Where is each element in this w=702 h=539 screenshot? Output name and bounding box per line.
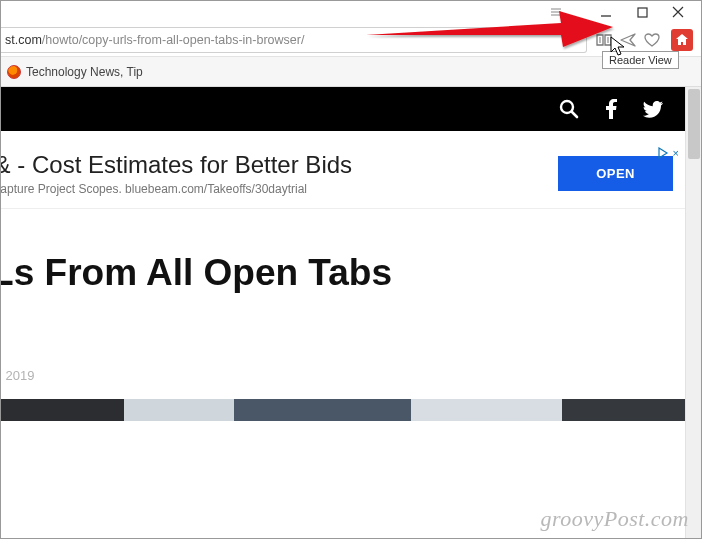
reader-view-tooltip: Reader View	[602, 51, 679, 69]
twitter-icon[interactable]	[643, 99, 663, 119]
url-input[interactable]: st.com/howto/copy-urls-from-all-open-tab…	[1, 27, 587, 53]
url-path: /howto/copy-urls-from-all-open-tabs-in-b…	[42, 33, 305, 47]
bookmark-favicon	[7, 65, 21, 79]
address-bar: st.com/howto/copy-urls-from-all-open-tab…	[1, 23, 701, 57]
page-viewport: × akeoffs & - Cost Estimates for Better …	[1, 87, 701, 539]
bookmark-item[interactable]: Technology News, Tip	[7, 65, 143, 79]
bookmark-label: Technology News, Tip	[26, 65, 143, 79]
ad-headline[interactable]: akeoffs & - Cost Estimates for Better Bi…	[1, 151, 538, 179]
minimize-button[interactable]	[599, 5, 613, 19]
send-icon[interactable]	[619, 31, 637, 49]
ad-close-icon[interactable]: ×	[673, 147, 679, 159]
close-button[interactable]	[671, 5, 685, 19]
article-title: y the URLs From All Open Tabs wser	[1, 251, 685, 340]
window-titlebar	[1, 1, 701, 23]
titlebar-menu-icon[interactable]	[549, 5, 563, 19]
scroll-thumb[interactable]	[688, 89, 700, 159]
ad-open-button[interactable]: OPEN	[558, 156, 673, 191]
reader-view-icon[interactable]	[595, 31, 613, 49]
search-icon[interactable]	[559, 99, 579, 119]
article: y the URLs From All Open Tabs wser 1, 20…	[1, 231, 685, 421]
watermark: groovyPost.com	[540, 506, 689, 532]
url-domain: st.com	[5, 33, 42, 47]
advertisement: × akeoffs & - Cost Estimates for Better …	[1, 145, 685, 209]
svg-rect-0	[638, 8, 647, 17]
article-date: 1, 2019	[1, 368, 685, 383]
ad-choices[interactable]: ×	[657, 147, 679, 159]
page-content: × akeoffs & - Cost Estimates for Better …	[1, 87, 685, 539]
maximize-button[interactable]	[635, 5, 649, 19]
article-hero-image	[1, 399, 685, 421]
vertical-scrollbar[interactable]	[685, 87, 701, 539]
home-button[interactable]	[671, 29, 693, 51]
address-actions	[595, 31, 667, 49]
ad-subtext[interactable]: mprehensively Capture Project Scopes. bl…	[1, 182, 538, 196]
bookmarks-bar: Technology News, Tip	[1, 57, 701, 87]
facebook-icon[interactable]	[601, 99, 621, 119]
heart-icon[interactable]	[643, 31, 661, 49]
site-header	[1, 87, 685, 131]
